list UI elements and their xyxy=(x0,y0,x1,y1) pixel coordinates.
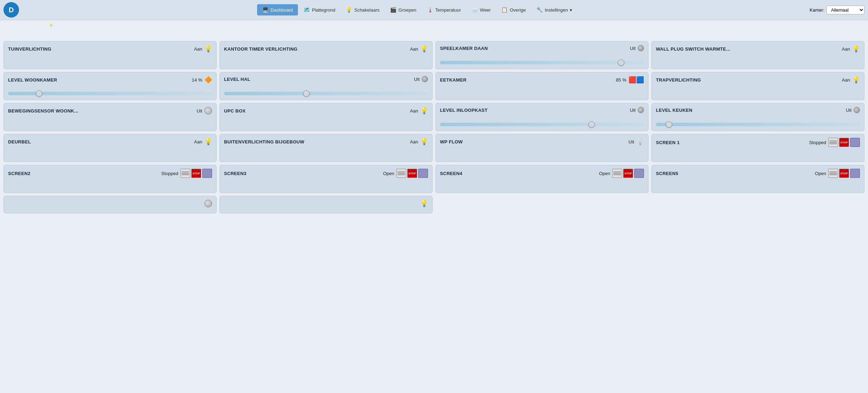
blind-icon-4 xyxy=(613,172,621,175)
title-screen5: SCREEN5 xyxy=(656,171,678,176)
title-tuinverlichting: TUINVERLICHTING xyxy=(8,46,51,52)
dashboard-icon: 🖥️ xyxy=(262,7,269,13)
bulb-icon-wallplug: 💡 xyxy=(852,45,860,53)
bulb-icon-trap: 💡 xyxy=(852,76,860,84)
title-kantoor-timer: KANTOOR TIMER VERLICHTING xyxy=(224,46,298,52)
slider-level-woonkamer[interactable] xyxy=(8,92,212,95)
nav-instellingen[interactable]: 🔧 Instellingen ▾ xyxy=(531,4,577,15)
slider-level-keuken[interactable] xyxy=(656,123,860,126)
nav-temperatuur[interactable]: 🌡️ Temperatuur xyxy=(422,4,466,15)
title-buitenverlichting: BUITENVERLICHTING BIJGEBOUW xyxy=(224,139,304,144)
device-grid: TUINVERLICHTING Aan 💡 KANTOOR TIMER VERL… xyxy=(4,41,864,213)
title-level-hal: LEVEL HAL xyxy=(224,77,250,82)
screen5-open-btn[interactable] xyxy=(850,169,860,178)
screen-controls-4: STOP xyxy=(612,169,644,178)
status-upc-box: Aan 💡 xyxy=(410,107,428,115)
card-wall-plug: WALL PLUG SWITCH WARMTE... Aan 💡 xyxy=(651,41,864,69)
nav-groepen[interactable]: 🎬 Groepen xyxy=(385,4,421,15)
status-screen2: Stopped STOP xyxy=(161,169,212,178)
title-bewegingsensor: BEWEGINGSENSOR WOONK... xyxy=(8,108,78,114)
screen3-open-btn[interactable] xyxy=(418,169,428,178)
screen4-stop-btn[interactable]: STOP xyxy=(623,169,633,178)
status-screen5: Open STOP xyxy=(815,169,860,178)
blind-icon-3 xyxy=(397,172,405,175)
status-level-keuken: Uit xyxy=(846,107,860,113)
screen-controls-3: STOP xyxy=(396,169,428,178)
status-speelkamer-daan: Uit xyxy=(630,45,644,51)
bulb-icon-inloopkast xyxy=(638,107,644,113)
status-tuinverlichting: Aan 💡 xyxy=(194,45,212,53)
card-eetkamer: EETKAMER 85 % 🟥🟦 xyxy=(435,72,649,100)
status-buitenverlichting: Aan 💡 xyxy=(410,138,428,146)
screen2-blind-btn[interactable] xyxy=(180,169,190,178)
nav-plattegrond[interactable]: 🗺️ Plattegrond xyxy=(299,4,340,15)
nav-weer[interactable]: 🌧️ Weer xyxy=(467,4,496,15)
status-trapverlichting: Aan 💡 xyxy=(842,76,860,84)
title-screen4: SCREEN4 xyxy=(440,171,462,176)
card-screen1: SCREEN 1 Stopped STOP xyxy=(651,134,864,162)
title-level-keuken: LEVEL KEUKEN xyxy=(656,108,693,113)
slider-level-inloopkast[interactable] xyxy=(440,123,644,126)
bulb-icon-upc: 💡 xyxy=(420,107,428,115)
bulb-icon-hal xyxy=(422,76,428,82)
nav-overige[interactable]: 📋 Overige xyxy=(496,4,531,15)
screen3-blind-btn[interactable] xyxy=(396,169,406,178)
temperatuur-icon: 🌡️ xyxy=(427,7,434,13)
card-upc-box: UPC BOX Aan 💡 xyxy=(219,103,433,131)
screen3-stop-btn[interactable]: STOP xyxy=(407,169,417,178)
bulb-icon-deurbel: 💡 xyxy=(204,138,212,146)
card-level-keuken: LEVEL KEUKEN Uit xyxy=(651,103,864,131)
card-level-hal: LEVEL HAL Uit xyxy=(219,72,433,100)
card-screen2: SCREEN2 Stopped STOP xyxy=(4,165,217,193)
groepen-icon: 🎬 xyxy=(390,7,397,13)
status-screen3: Open STOP xyxy=(383,169,428,178)
bulb-icon-bottom-mid1: 💡 xyxy=(420,200,428,207)
title-screen2: SCREEN2 xyxy=(8,171,31,176)
card-bottom-left xyxy=(4,196,217,213)
screen5-blind-btn[interactable] xyxy=(828,169,838,178)
status-eetkamer: 85 % 🟥🟦 xyxy=(616,76,644,84)
title-deurbel: DEURBEL xyxy=(8,139,31,144)
screen5-stop-btn[interactable]: STOP xyxy=(839,169,849,178)
card-screen4: SCREEN4 Open STOP xyxy=(435,165,649,193)
screen1-blind-btn[interactable] xyxy=(828,138,838,147)
main-content: ★ TUINVERLICHTING Aan 💡 KANTOOR TIMER VE… xyxy=(0,20,868,217)
card-kantoor-timer: KANTOOR TIMER VERLICHTING Aan 💡 xyxy=(219,41,433,69)
bulb-icon-tuinverlichting: 💡 xyxy=(204,45,212,53)
status-wp-flow: Uit 💡 xyxy=(628,138,644,146)
blind-icon-5 xyxy=(829,172,837,175)
nav-schakelaars[interactable]: 💡 Schakelaars xyxy=(341,4,384,15)
schakelaars-icon: 💡 xyxy=(346,7,352,13)
kamer-selector: Kamer: Allemaal Woonkamer Keuken Slaapka… xyxy=(810,6,864,14)
nav-dashboard[interactable]: 🖥️ Dashboard xyxy=(257,4,298,15)
card-screen3: SCREEN3 Open STOP xyxy=(219,165,433,193)
title-wall-plug: WALL PLUG SWITCH WARMTE... xyxy=(656,46,730,52)
screen2-open-btn[interactable] xyxy=(202,169,212,178)
blind-icon-2 xyxy=(181,172,189,175)
status-level-woonkamer: 14 % 🔶 xyxy=(192,76,212,84)
kamer-label: Kamer: xyxy=(810,7,824,13)
status-wall-plug: Aan 💡 xyxy=(842,45,860,53)
card-speelkamer-daan: SPEELKAMER DAAN Uit xyxy=(435,41,649,69)
screen-controls-5: STOP xyxy=(828,169,860,178)
blind-icon-1 xyxy=(829,141,837,144)
card-wp-flow: WP FLOW Uit 💡 xyxy=(435,134,649,162)
screen1-stop-btn[interactable]: STOP xyxy=(839,138,849,147)
plattegrond-icon: 🗺️ xyxy=(304,7,310,13)
card-screen5: SCREEN5 Open STOP xyxy=(651,165,864,193)
title-trapverlichting: TRAPVERLICHTING xyxy=(656,77,701,83)
card-deurbel: DEURBEL Aan 💡 xyxy=(4,134,217,162)
screen4-blind-btn[interactable] xyxy=(612,169,622,178)
screen4-open-btn[interactable] xyxy=(634,169,644,178)
screen1-open-btn[interactable] xyxy=(850,138,860,147)
status-screen4: Open STOP xyxy=(599,169,644,178)
screen2-stop-btn[interactable]: STOP xyxy=(191,169,201,178)
status-level-hal: Uit xyxy=(414,76,428,82)
bulb-icon-kantoor: 💡 xyxy=(420,45,428,53)
title-level-inloopkast: LEVEL INLOOPKAST xyxy=(440,108,487,113)
title-speelkamer-daan: SPEELKAMER DAAN xyxy=(440,46,488,51)
slider-speelkamer-daan[interactable] xyxy=(440,61,644,64)
motion-icon-beweging xyxy=(204,107,212,115)
slider-level-hal[interactable] xyxy=(224,92,428,95)
kamer-dropdown[interactable]: Allemaal Woonkamer Keuken Slaapkamer Bui… xyxy=(826,6,864,14)
